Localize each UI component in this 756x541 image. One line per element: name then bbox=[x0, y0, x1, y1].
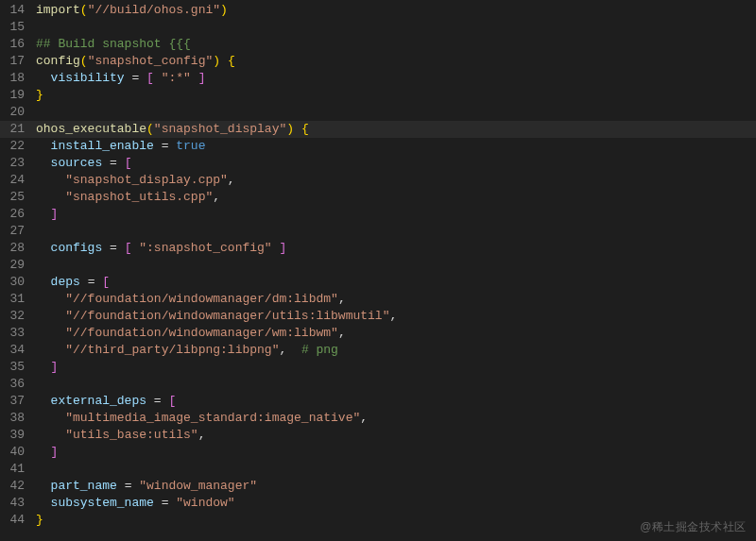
code-content[interactable]: part_name = "window_manager" bbox=[36, 478, 756, 495]
line-number: 15 bbox=[0, 19, 36, 36]
line-number: 31 bbox=[0, 291, 36, 308]
code-content[interactable]: configs = [ ":snapshot_config" ] bbox=[36, 240, 756, 257]
line-number: 35 bbox=[0, 359, 36, 376]
line-number: 33 bbox=[0, 325, 36, 342]
line-number: 44 bbox=[0, 512, 36, 529]
code-line[interactable]: 20 bbox=[0, 104, 756, 121]
code-content[interactable]: "//foundation/windowmanager/dm:libdm", bbox=[36, 291, 756, 308]
code-line[interactable]: 39 "utils_base:utils", bbox=[0, 427, 756, 444]
code-content[interactable]: ] bbox=[36, 206, 756, 223]
code-content[interactable]: subsystem_name = "window" bbox=[36, 495, 756, 512]
line-number: 14 bbox=[0, 2, 36, 19]
code-content[interactable]: install_enable = true bbox=[36, 138, 756, 155]
code-line[interactable]: 27 bbox=[0, 223, 756, 240]
code-content[interactable]: ohos_executable("snapshot_display") { bbox=[36, 121, 756, 138]
code-line[interactable]: 41 bbox=[0, 461, 756, 478]
line-number: 32 bbox=[0, 308, 36, 325]
code-content[interactable]: "//foundation/windowmanager/utils:libwmu… bbox=[36, 308, 756, 325]
code-content[interactable]: visibility = [ ":*" ] bbox=[36, 70, 756, 87]
code-line[interactable]: 32 "//foundation/windowmanager/utils:lib… bbox=[0, 308, 756, 325]
code-line[interactable]: 17config("snapshot_config") { bbox=[0, 53, 756, 70]
code-line[interactable]: 29 bbox=[0, 257, 756, 274]
line-number: 42 bbox=[0, 478, 36, 495]
line-number: 37 bbox=[0, 393, 36, 410]
code-line[interactable]: 16## Build snapshot {{{ bbox=[0, 36, 756, 53]
line-number: 20 bbox=[0, 104, 36, 121]
code-content[interactable]: ## Build snapshot {{{ bbox=[36, 36, 756, 53]
code-line[interactable]: 33 "//foundation/windowmanager/wm:libwm"… bbox=[0, 325, 756, 342]
line-number: 16 bbox=[0, 36, 36, 53]
line-number: 29 bbox=[0, 257, 36, 274]
line-number: 22 bbox=[0, 138, 36, 155]
code-line[interactable]: 40 ] bbox=[0, 444, 756, 461]
line-number: 21 bbox=[0, 121, 36, 138]
line-number: 28 bbox=[0, 240, 36, 257]
code-line[interactable]: 28 configs = [ ":snapshot_config" ] bbox=[0, 240, 756, 257]
code-line[interactable]: 34 "//third_party/libpng:libpng", # png bbox=[0, 342, 756, 359]
code-line[interactable]: 25 "snapshot_utils.cpp", bbox=[0, 189, 756, 206]
code-line[interactable]: 43 subsystem_name = "window" bbox=[0, 495, 756, 512]
code-line[interactable]: 18 visibility = [ ":*" ] bbox=[0, 70, 756, 87]
line-number: 19 bbox=[0, 87, 36, 104]
code-line[interactable]: 35 ] bbox=[0, 359, 756, 376]
code-line[interactable]: 15 bbox=[0, 19, 756, 36]
line-number: 25 bbox=[0, 189, 36, 206]
code-content[interactable]: "//third_party/libpng:libpng", # png bbox=[36, 342, 756, 359]
code-line[interactable]: 38 "multimedia_image_standard:image_nati… bbox=[0, 410, 756, 427]
code-line[interactable]: 23 sources = [ bbox=[0, 155, 756, 172]
code-content[interactable]: "multimedia_image_standard:image_native"… bbox=[36, 410, 756, 427]
line-number: 38 bbox=[0, 410, 36, 427]
line-number: 27 bbox=[0, 223, 36, 240]
code-content[interactable]: config("snapshot_config") { bbox=[36, 53, 756, 70]
line-number: 24 bbox=[0, 172, 36, 189]
line-number: 17 bbox=[0, 53, 36, 70]
line-number: 40 bbox=[0, 444, 36, 461]
line-number: 23 bbox=[0, 155, 36, 172]
line-number: 41 bbox=[0, 461, 36, 478]
code-content[interactable]: "snapshot_utils.cpp", bbox=[36, 189, 756, 206]
code-content[interactable]: ] bbox=[36, 444, 756, 461]
code-line[interactable]: 22 install_enable = true bbox=[0, 138, 756, 155]
code-line[interactable]: 31 "//foundation/windowmanager/dm:libdm"… bbox=[0, 291, 756, 308]
code-line[interactable]: 26 ] bbox=[0, 206, 756, 223]
code-editor[interactable]: 14import("//build/ohos.gni")1516## Build… bbox=[0, 0, 756, 529]
code-line[interactable]: 14import("//build/ohos.gni") bbox=[0, 2, 756, 19]
code-line[interactable]: 24 "snapshot_display.cpp", bbox=[0, 172, 756, 189]
code-line[interactable]: 19} bbox=[0, 87, 756, 104]
code-content[interactable]: } bbox=[36, 87, 756, 104]
code-content[interactable]: "utils_base:utils", bbox=[36, 427, 756, 444]
code-content[interactable]: ] bbox=[36, 359, 756, 376]
code-line[interactable]: 30 deps = [ bbox=[0, 274, 756, 291]
code-line[interactable]: 21ohos_executable("snapshot_display") { bbox=[0, 121, 756, 138]
code-content[interactable]: deps = [ bbox=[36, 274, 756, 291]
line-number: 43 bbox=[0, 495, 36, 512]
code-content[interactable]: import("//build/ohos.gni") bbox=[36, 2, 756, 19]
code-content[interactable]: external_deps = [ bbox=[36, 393, 756, 410]
code-content[interactable]: "//foundation/windowmanager/wm:libwm", bbox=[36, 325, 756, 342]
code-content[interactable]: sources = [ bbox=[36, 155, 756, 172]
line-number: 39 bbox=[0, 427, 36, 444]
code-line[interactable]: 42 part_name = "window_manager" bbox=[0, 478, 756, 495]
watermark-text: @稀土掘金技术社区 bbox=[640, 518, 747, 535]
line-number: 18 bbox=[0, 70, 36, 87]
line-number: 26 bbox=[0, 206, 36, 223]
code-content[interactable]: "snapshot_display.cpp", bbox=[36, 172, 756, 189]
code-line[interactable]: 36 bbox=[0, 376, 756, 393]
line-number: 36 bbox=[0, 376, 36, 393]
code-line[interactable]: 37 external_deps = [ bbox=[0, 393, 756, 410]
line-number: 34 bbox=[0, 342, 36, 359]
line-number: 30 bbox=[0, 274, 36, 291]
